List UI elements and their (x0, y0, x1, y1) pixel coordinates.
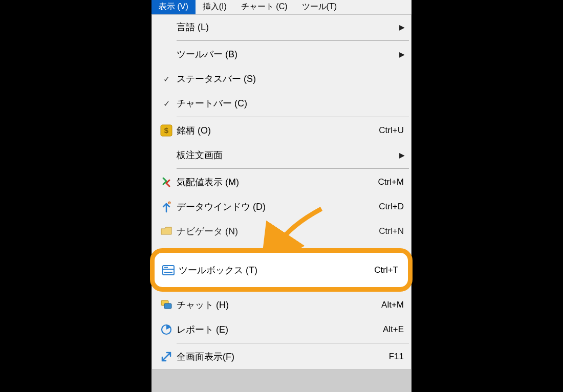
menubar: 表示 (V) 挿入(I) チャート (C) ツール(T) (151, 0, 412, 14)
menu-item-strategy-tester[interactable]: ストラテジーテスター (R) Ctrl+R (152, 268, 411, 293)
menubar-item-chart[interactable]: チャート (C) (234, 0, 295, 14)
menu-label: レポート (E) (177, 323, 383, 336)
menu-item-data-window[interactable]: i データウインドウ (D) Ctrl+D (152, 194, 411, 219)
submenu-arrow-icon: ▶ (397, 151, 405, 159)
menu-shortcut: F11 (389, 352, 405, 362)
menu-label: 銘柄 (O) (177, 124, 379, 137)
strategy-tester-icon (160, 274, 172, 287)
menu-item-statusbar[interactable]: ✓ ステータスバー (S) (152, 67, 411, 91)
menu-label: チャット (H) (177, 299, 381, 311)
dollar-icon: $ (160, 124, 172, 137)
menu-label: ステータスバー (S) (177, 73, 405, 85)
menu-shortcut: Ctrl+U (379, 125, 405, 136)
menu-label: チャートバー (C) (177, 97, 405, 110)
check-icon: ✓ (163, 74, 170, 84)
submenu-arrow-icon: ▶ (397, 50, 405, 58)
menu-separator (177, 168, 409, 169)
menu-shortcut: Alt+E (383, 324, 405, 335)
view-dropdown-menu: 言語 (L) ▶ ツールバー (B) ▶ ✓ ステータスバー (S) ✓ チャー… (151, 14, 412, 369)
folder-icon (160, 225, 172, 237)
menu-separator (177, 117, 409, 117)
menu-shortcut: Ctrl+R (379, 275, 405, 286)
chat-icon (160, 299, 172, 311)
menu-shortcut: Alt+M (381, 300, 405, 310)
menu-label: ナビゲータ (N) (177, 225, 379, 237)
market-watch-icon (160, 176, 172, 188)
menu-separator (177, 40, 409, 41)
menu-item-chat[interactable]: チャット (H) Alt+M (152, 293, 411, 317)
svg-rect-6 (164, 303, 171, 309)
menubar-item-tools[interactable]: ツール(T) (295, 0, 344, 14)
menu-item-toolbar[interactable]: ツールバー (B) ▶ (152, 42, 411, 67)
menu-item-symbols[interactable]: $ 銘柄 (O) Ctrl+U (152, 118, 411, 143)
menu-item-chartbar[interactable]: ✓ チャートバー (C) (152, 91, 411, 116)
menu-item-language[interactable]: 言語 (L) ▶ (152, 15, 411, 39)
data-window-icon: i (160, 201, 172, 213)
menu-shortcut: Ctrl+M (378, 177, 405, 187)
menubar-item-insert[interactable]: 挿入(I) (196, 0, 234, 14)
menu-label: 言語 (L) (177, 21, 397, 33)
menu-item-toolbox[interactable] (152, 244, 411, 268)
menubar-item-view[interactable]: 表示 (V) (151, 0, 196, 14)
view-menu-panel: 表示 (V) 挿入(I) チャート (C) ツール(T) 言語 (L) ▶ ツー… (151, 0, 412, 392)
menu-label: 全画面表示(F) (177, 351, 389, 363)
svg-text:$: $ (164, 126, 169, 135)
menu-label: ツールバー (B) (177, 48, 397, 60)
menu-shortcut: Ctrl+N (379, 226, 405, 236)
menu-item-report[interactable]: レポート (E) Alt+E (152, 317, 411, 342)
menu-item-dom[interactable]: 板注文画面 ▶ (152, 143, 411, 167)
menu-label: 気配値表示 (M) (177, 176, 378, 188)
check-icon: ✓ (163, 99, 170, 108)
menu-shortcut: Ctrl+D (379, 202, 405, 212)
menu-item-navigator[interactable]: ナビゲータ (N) Ctrl+N (152, 219, 411, 244)
menu-label: 板注文画面 (177, 149, 397, 161)
fullscreen-icon (160, 351, 172, 363)
menu-item-market-watch[interactable]: 気配値表示 (M) Ctrl+M (152, 170, 411, 194)
menu-label: ストラテジーテスター (R) (177, 274, 379, 287)
submenu-arrow-icon: ▶ (397, 23, 405, 31)
menu-label: データウインドウ (D) (177, 201, 379, 213)
menu-separator (177, 343, 409, 343)
report-icon (160, 323, 172, 336)
menu-item-fullscreen[interactable]: 全画面表示(F) F11 (152, 344, 411, 369)
